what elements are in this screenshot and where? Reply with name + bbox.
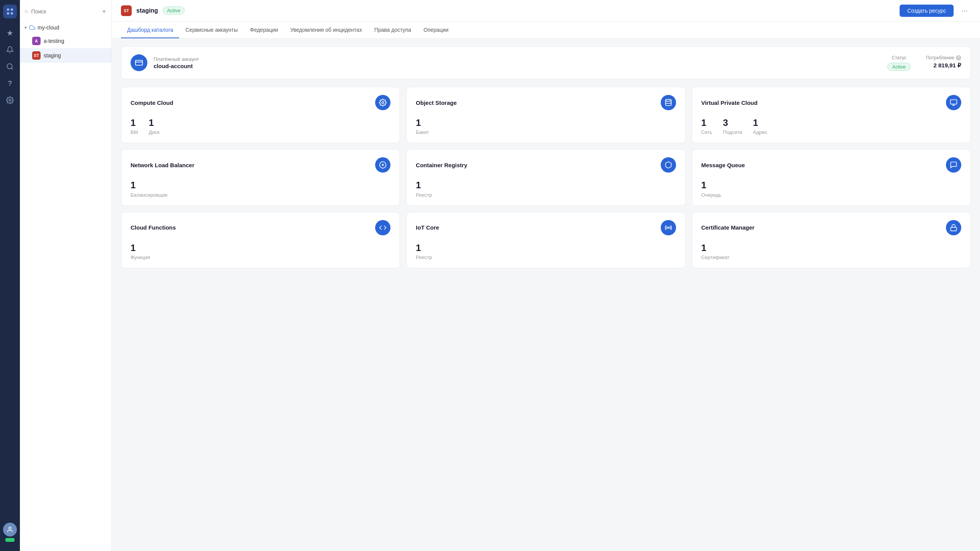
stat-value: 1 bbox=[131, 180, 168, 190]
favorites-icon[interactable]: ★ bbox=[2, 25, 18, 41]
stat-value: 1 bbox=[131, 118, 138, 128]
card-header: Compute Cloud bbox=[131, 95, 390, 110]
settings-icon[interactable] bbox=[2, 93, 18, 108]
stat-label: Функция bbox=[131, 254, 150, 260]
card-header: Object Storage bbox=[416, 95, 676, 110]
billing-card: Платёжный аккаунт cloud-account Статус A… bbox=[121, 46, 971, 79]
stat-label: Балансировщик bbox=[131, 192, 168, 198]
create-resource-button[interactable]: Создать ресурс bbox=[900, 5, 954, 17]
card-header: IoT Core bbox=[416, 220, 676, 235]
tab-service-accounts[interactable]: Сервисные аккаунты bbox=[179, 21, 244, 38]
card-icon-compute-cloud[interactable] bbox=[375, 95, 390, 110]
card-title: Network Load Balancer bbox=[131, 162, 194, 168]
card-title: Cloud Functions bbox=[131, 224, 176, 231]
tab-federation[interactable]: Федерации bbox=[244, 21, 284, 38]
card-icon-vpc[interactable] bbox=[946, 95, 961, 110]
stat-label: Очередь bbox=[701, 192, 722, 198]
billing-icon bbox=[131, 54, 147, 71]
card-icon-container-registry[interactable] bbox=[661, 157, 676, 173]
search-icon[interactable] bbox=[2, 59, 18, 74]
card-title: Message Queue bbox=[701, 162, 745, 168]
grid-icon[interactable] bbox=[3, 5, 17, 18]
service-card-cloud-functions[interactable]: Cloud Functions 1 Функция bbox=[121, 212, 400, 268]
status-dot bbox=[5, 538, 15, 542]
stat-value: 1 bbox=[416, 180, 432, 190]
billing-consumption: Потребление ? 2 819,91 ₽ bbox=[926, 55, 961, 69]
service-card-iot-core[interactable]: IoT Core 1 Реестр bbox=[406, 212, 685, 268]
a-testing-label: a-testing bbox=[44, 38, 64, 44]
card-icon-certificate-manager[interactable] bbox=[946, 220, 961, 235]
card-stats: 1 Сеть 3 Подсети 1 Адрес bbox=[701, 118, 961, 135]
a-testing-avatar: A bbox=[32, 37, 41, 45]
sidebar-icons-panel: ★ ? bbox=[0, 0, 20, 551]
billing-cons-label: Потребление ? bbox=[926, 55, 961, 60]
header-right: Создать ресурс ··· bbox=[900, 5, 971, 17]
svg-rect-1 bbox=[11, 8, 13, 11]
add-button[interactable]: + bbox=[101, 7, 107, 16]
search-input[interactable] bbox=[31, 8, 98, 15]
stat-value: 1 bbox=[416, 118, 429, 128]
stat-value: 1 bbox=[416, 243, 432, 253]
billing-right: Статус Active Потребление ? 2 819,91 ₽ bbox=[887, 55, 961, 71]
svg-rect-19 bbox=[951, 227, 956, 231]
card-title: Compute Cloud bbox=[131, 99, 173, 106]
more-options-button[interactable]: ··· bbox=[958, 5, 971, 16]
user-avatar[interactable] bbox=[3, 523, 17, 536]
tab-access[interactable]: Права доступа bbox=[368, 21, 417, 38]
staging-avatar-header: ST bbox=[121, 5, 132, 16]
card-icon-nlb[interactable] bbox=[375, 157, 390, 173]
consumption-help-icon[interactable]: ? bbox=[956, 55, 961, 60]
stat-item: 1 Сертификат bbox=[701, 243, 730, 260]
billing-info: Платёжный аккаунт cloud-account bbox=[154, 56, 881, 69]
help-icon[interactable]: ? bbox=[2, 76, 18, 91]
chevron-icon: ▾ bbox=[24, 25, 27, 30]
billing-status-label: Статус bbox=[887, 55, 911, 60]
main-content: ST staging Active Создать ресурс ··· Даш… bbox=[112, 0, 980, 551]
service-card-object-storage[interactable]: Object Storage 1 Бакет bbox=[406, 87, 685, 143]
service-card-container-registry[interactable]: Container Registry 1 Реестр bbox=[406, 149, 685, 205]
service-card-compute-cloud[interactable]: Compute Cloud 1 ВМ 1 Диск bbox=[121, 87, 400, 143]
card-icon-object-storage[interactable] bbox=[661, 95, 676, 110]
stat-label: Диск bbox=[149, 129, 160, 135]
notifications-icon[interactable] bbox=[2, 42, 18, 57]
card-stats: 1 Реестр bbox=[416, 180, 676, 197]
service-card-nlb[interactable]: Network Load Balancer 1 Балансировщик bbox=[121, 149, 400, 205]
staging-avatar-nav: ST bbox=[32, 51, 41, 60]
service-card-vpc[interactable]: Virtual Private Cloud 1 Сеть 3 Подсети 1… bbox=[692, 87, 971, 143]
card-icon-cloud-functions[interactable] bbox=[375, 220, 390, 235]
tab-incidents[interactable]: Уведомления об инцидентах bbox=[284, 21, 368, 38]
stat-label: Сертификат bbox=[701, 254, 730, 260]
top-header: ST staging Active Создать ресурс ··· bbox=[112, 0, 980, 21]
stat-item: 1 Реестр bbox=[416, 243, 432, 260]
nav-child-staging[interactable]: ST staging bbox=[20, 48, 111, 63]
project-status-badge: Active bbox=[163, 7, 185, 15]
header-left: ST staging Active bbox=[121, 5, 185, 16]
content-area: Платёжный аккаунт cloud-account Статус A… bbox=[112, 39, 980, 551]
service-card-certificate-manager[interactable]: Certificate Manager 1 Сертификат bbox=[692, 212, 971, 268]
service-card-message-queue[interactable]: Message Queue 1 Очередь bbox=[692, 149, 971, 205]
nav-child-a-testing[interactable]: A a-testing bbox=[20, 34, 111, 48]
card-stats: 1 ВМ 1 Диск bbox=[131, 118, 390, 135]
cloud-item[interactable]: ▾ my-cloud bbox=[20, 21, 111, 34]
card-stats: 1 Функция bbox=[131, 243, 390, 260]
card-stats: 1 Сертификат bbox=[701, 243, 961, 260]
card-title: Certificate Manager bbox=[701, 224, 755, 231]
tab-operations[interactable]: Операции bbox=[417, 21, 455, 38]
stat-item: 1 Бакет bbox=[416, 118, 429, 135]
tab-dashboard[interactable]: Дашборд каталога bbox=[121, 21, 179, 38]
stat-item: 1 ВМ bbox=[131, 118, 138, 135]
stat-item: 1 Очередь bbox=[701, 180, 722, 197]
tabs-bar: Дашборд каталога Сервисные аккаунты Феде… bbox=[112, 21, 980, 39]
stat-value: 1 bbox=[701, 180, 722, 190]
cloud-icon bbox=[29, 24, 35, 31]
card-icon-message-queue[interactable] bbox=[946, 157, 961, 173]
billing-label: Платёжный аккаунт bbox=[154, 56, 881, 62]
stat-value: 1 bbox=[753, 118, 767, 128]
stat-label: Сеть bbox=[701, 129, 712, 135]
svg-point-6 bbox=[9, 527, 11, 529]
billing-status-value: Active bbox=[887, 63, 911, 71]
card-icon-iot-core[interactable] bbox=[661, 220, 676, 235]
stat-label: Реестр bbox=[416, 254, 432, 260]
stat-value: 1 bbox=[149, 118, 160, 128]
stat-value: 1 bbox=[701, 243, 730, 253]
